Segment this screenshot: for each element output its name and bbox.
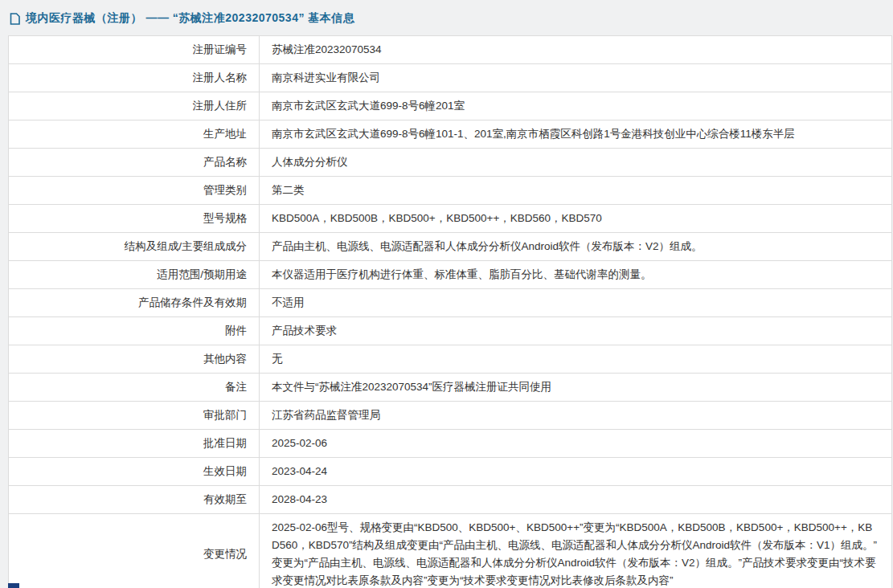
row-value: 2025-02-06型号、规格变更由“KBD500、KBD500+、KBD500… xyxy=(260,514,892,588)
row-label-text: 变更情况 xyxy=(203,548,247,560)
row-value-text: 第二类 xyxy=(272,184,305,196)
table-row: 有效期至2028-04-23 xyxy=(9,486,892,514)
table-row: 生效日期2023-04-24 xyxy=(9,458,892,486)
row-value-text: 南京科进实业有限公司 xyxy=(272,71,380,84)
table-row: 结构及组成/主要组成成分产品由主机、电源线、电源适配器和人体成分分析仪Andro… xyxy=(9,233,892,261)
row-label-text: 生效日期 xyxy=(203,465,247,477)
row-value-text: 苏械注准20232070534 xyxy=(272,43,382,55)
table-row: 变更情况2025-02-06型号、规格变更由“KBD500、KBD500+、KB… xyxy=(9,514,892,588)
row-value-text: 2023-04-24 xyxy=(272,465,327,477)
row-value: 南京科进实业有限公司 xyxy=(260,64,892,92)
row-label-text: 型号规格 xyxy=(203,212,247,224)
row-label: 批准日期 xyxy=(9,430,260,458)
table-row: 型号规格KBD500A，KBD500B，KBD500+，KBD500++，KBD… xyxy=(9,205,892,233)
row-value-text: 2028-04-23 xyxy=(272,493,327,505)
info-table-body: 注册证编号苏械注准20232070534注册人名称南京科进实业有限公司注册人住所… xyxy=(9,36,892,588)
row-value-text: 无 xyxy=(272,353,283,365)
row-value: 南京市玄武区玄武大道699-8号6幢201室 xyxy=(260,92,892,120)
row-value: 南京市玄武区玄武大道699-8号6幢101-1、201室,南京市栖霞区科创路1号… xyxy=(260,120,892,149)
row-label: 有效期至 xyxy=(9,486,260,514)
row-label: 产品名称 xyxy=(9,149,260,177)
row-label: 备注 xyxy=(9,374,260,402)
row-label: 附件 xyxy=(9,317,260,345)
row-value-text: 人体成分分析仪 xyxy=(272,156,348,168)
row-value-text: 产品由主机、电源线、电源适配器和人体成分分析仪Android软件（发布版本：V2… xyxy=(272,240,703,252)
row-value-text: 不适用 xyxy=(272,296,305,308)
row-label: 注册人名称 xyxy=(9,64,260,92)
row-label: 适用范围/预期用途 xyxy=(9,261,260,289)
row-label-text: 附件 xyxy=(225,325,247,337)
row-label-text: 产品储存条件及有效期 xyxy=(138,296,247,308)
document-icon xyxy=(10,13,20,25)
row-label: 产品储存条件及有效期 xyxy=(9,289,260,317)
row-value: 2028-04-23 xyxy=(260,486,892,514)
row-label: 变更情况 xyxy=(9,514,260,588)
row-label: 审批部门 xyxy=(9,402,260,430)
row-label-text: 产品名称 xyxy=(203,156,247,168)
row-value-text: 2025-02-06 xyxy=(272,437,327,449)
row-value-text: 南京市玄武区玄武大道699-8号6幢201室 xyxy=(272,100,465,112)
row-value: 不适用 xyxy=(260,289,892,317)
row-label-text: 生产地址 xyxy=(203,128,247,140)
row-label: 注册人住所 xyxy=(9,92,260,120)
row-label: 管理类别 xyxy=(9,177,260,205)
row-value: KBD500A，KBD500B，KBD500+，KBD500++，KBD560，… xyxy=(260,205,892,233)
table-row: 注册人名称南京科进实业有限公司 xyxy=(9,64,892,92)
row-label-text: 适用范围/预期用途 xyxy=(157,268,247,280)
row-value-text: 南京市玄武区玄武大道699-8号6幢101-1、201室,南京市栖霞区科创路1号… xyxy=(272,128,795,140)
row-label-text: 批准日期 xyxy=(203,437,247,449)
row-label-text: 备注 xyxy=(225,381,247,393)
row-value: 本文件与“苏械注准20232070534”医疗器械注册证共同使用 xyxy=(260,374,892,402)
row-value: 无 xyxy=(260,345,892,374)
row-value: 2025-02-06 xyxy=(260,430,892,458)
row-value: 人体成分分析仪 xyxy=(260,149,892,177)
row-value-text: 产品技术要求 xyxy=(272,325,337,337)
row-value-text: 2025-02-06型号、规格变更由“KBD500、KBD500+、KBD500… xyxy=(272,521,877,586)
row-label: 注册证编号 xyxy=(9,36,260,64)
table-row: 管理类别第二类 xyxy=(9,177,892,205)
row-label-text: 结构及组成/主要组成成分 xyxy=(125,240,247,252)
row-value-text: 本仪器适用于医疗机构进行体重、标准体重、脂肪百分比、基础代谢率的测量。 xyxy=(272,268,652,280)
table-row: 附件产品技术要求 xyxy=(9,317,892,345)
row-label-text: 审批部门 xyxy=(203,409,247,421)
row-value: 本仪器适用于医疗机构进行体重、标准体重、脂肪百分比、基础代谢率的测量。 xyxy=(260,261,892,289)
table-row: 生产地址南京市玄武区玄武大道699-8号6幢101-1、201室,南京市栖霞区科… xyxy=(9,120,892,149)
table-row: 适用范围/预期用途本仪器适用于医疗机构进行体重、标准体重、脂肪百分比、基础代谢率… xyxy=(9,261,892,289)
page-title: 境内医疗器械（注册） —— “苏械注准20232070534” 基本信息 xyxy=(26,11,354,26)
table-row: 注册人住所南京市玄武区玄武大道699-8号6幢201室 xyxy=(9,92,892,120)
row-label: 结构及组成/主要组成成分 xyxy=(9,233,260,261)
row-value-text: KBD500A，KBD500B，KBD500+，KBD500++，KBD560，… xyxy=(272,212,602,224)
table-row: 审批部门江苏省药品监督管理局 xyxy=(9,402,892,430)
row-label-text: 管理类别 xyxy=(203,184,247,196)
row-label-text: 注册人名称 xyxy=(193,71,248,84)
info-table: 注册证编号苏械注准20232070534注册人名称南京科进实业有限公司注册人住所… xyxy=(8,35,892,588)
row-label-text: 注册人住所 xyxy=(193,100,248,112)
row-label: 生效日期 xyxy=(9,458,260,486)
row-value: 第二类 xyxy=(260,177,892,205)
table-row: 备注本文件与“苏械注准20232070534”医疗器械注册证共同使用 xyxy=(9,374,892,402)
row-label: 生产地址 xyxy=(9,120,260,149)
row-value-text: 本文件与“苏械注准20232070534”医疗器械注册证共同使用 xyxy=(272,381,551,393)
row-value: 产品技术要求 xyxy=(260,317,892,345)
table-row: 产品名称人体成分分析仪 xyxy=(9,149,892,177)
table-row: 注册证编号苏械注准20232070534 xyxy=(9,36,892,64)
table-row: 批准日期2025-02-06 xyxy=(9,430,892,458)
row-value: 苏械注准20232070534 xyxy=(260,36,892,64)
row-value: 江苏省药品监督管理局 xyxy=(260,402,892,430)
row-value-text: 江苏省药品监督管理局 xyxy=(272,409,380,421)
row-label-text: 有效期至 xyxy=(203,493,247,505)
footer-strip xyxy=(8,583,19,588)
row-value: 2023-04-24 xyxy=(260,458,892,486)
row-label-text: 注册证编号 xyxy=(193,43,248,55)
row-label-text: 其他内容 xyxy=(203,353,247,365)
table-row: 其他内容无 xyxy=(9,345,892,374)
table-row: 产品储存条件及有效期不适用 xyxy=(9,289,892,317)
row-label: 其他内容 xyxy=(9,345,260,374)
page-header: 境内医疗器械（注册） —— “苏械注准20232070534” 基本信息 xyxy=(0,0,893,35)
row-value: 产品由主机、电源线、电源适配器和人体成分分析仪Android软件（发布版本：V2… xyxy=(260,233,892,261)
row-label: 型号规格 xyxy=(9,205,260,233)
